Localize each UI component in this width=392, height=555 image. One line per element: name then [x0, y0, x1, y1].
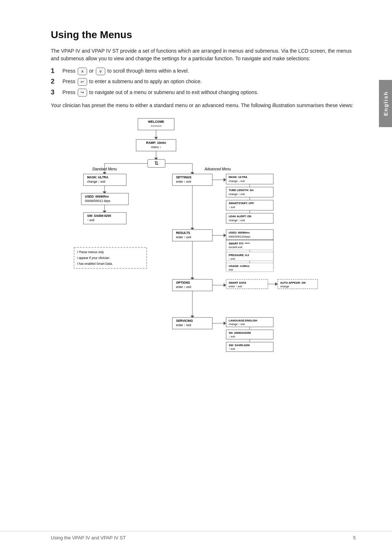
svg-text:USAGE:  4.00hrs: USAGE: 4.00hrs [229, 264, 250, 268]
step-num-3: 3 [51, 88, 59, 97]
svg-text:MASK:  ULTRA: MASK: ULTRA [87, 175, 108, 179]
svg-text:enter   ↑   exit: enter ↑ exit [176, 323, 191, 327]
svg-marker-103 [224, 321, 226, 325]
step-3-content: Press ↪ to navigate out of a menu or sub… [62, 88, 356, 97]
svg-text:change  ↓   exit: change ↓ exit [229, 179, 245, 183]
svg-text:RAMP:  10min: RAMP: 10min [146, 141, 166, 145]
svg-text:Advanced Menu: Advanced Menu [204, 167, 231, 171]
svg-text:I These menus only: I These menus only [77, 250, 104, 254]
menu-diagram: WELCOME >>>>>> RAMP: 10min menu ↕ ⇅ Stan… [51, 117, 319, 372]
svg-text:change  ↓   exit: change ↓ exit [87, 180, 106, 183]
svg-text:RESULTS: RESULTS [176, 231, 190, 235]
footer-text: Using the VPAP IV and VPAP IV ST [51, 535, 126, 540]
svg-text:excelnt      exit: excelnt exit [229, 246, 242, 249]
svg-text:change: change [280, 285, 289, 288]
svg-text:↕   exit: ↕ exit [229, 206, 235, 209]
svg-text:00006/00012 days: 00006/00012 days [85, 199, 110, 203]
svg-text:enter  ↑   exit: enter ↑ exit [229, 285, 242, 288]
svg-marker-93 [275, 282, 278, 286]
intro-para2: Your clinician has preset the menu to ei… [51, 102, 356, 109]
svg-text:MASK:  ULTRA: MASK: ULTRA [229, 175, 248, 179]
language-tab: English [379, 80, 392, 127]
svg-text:enter   ↕   exit: enter ↕ exit [176, 285, 191, 289]
page-footer: Using the VPAP IV and VPAP IV ST 5 [0, 531, 392, 540]
svg-text:I appear if your clinician: I appear if your clinician [77, 256, 110, 260]
svg-text:enter   ↕   exit: enter ↕ exit [176, 180, 191, 183]
svg-text:↓   exit: ↓ exit [229, 335, 235, 338]
svg-text:WELCOME: WELCOME [148, 120, 164, 123]
svg-text:change  ↑   exit: change ↑ exit [229, 323, 245, 326]
back-button: ↪ [78, 89, 87, 97]
svg-text:USED:    00090hrs: USED: 00090hrs [85, 195, 109, 198]
page-container: English Using the Menus The VPAP IV and … [0, 0, 392, 555]
svg-text:enter   ↕   exit: enter ↕ exit [176, 235, 191, 239]
svg-marker-63 [224, 234, 226, 237]
svg-text:I has enabled Smart Data.: I has enabled Smart Data. [77, 262, 113, 266]
svg-text:SN: 20080102356: SN: 20080102356 [229, 331, 251, 335]
svg-marker-88 [224, 283, 226, 287]
step-2-content: Press ↩ to enter a submenu and to apply … [62, 77, 356, 86]
svg-text:change  ↑   exit: change ↑ exit [229, 219, 245, 222]
svg-text:USED: 00090hrs: USED: 00090hrs [229, 231, 250, 234]
svg-text:LANGUAGE:ENGLISH: LANGUAGE:ENGLISH [229, 319, 257, 322]
svg-text:SMARTSTART: OFF: SMARTSTART: OFF [229, 202, 254, 205]
svg-text:TUBE LENGTH: 2m: TUBE LENGTH: 2m [229, 189, 254, 192]
svg-text:exit: exit [229, 268, 233, 271]
svg-text:change  ↕   exit: change ↕ exit [229, 193, 245, 196]
svg-text:↑      exit: ↑ exit [229, 347, 235, 351]
down-button: ∨ [96, 68, 105, 76]
svg-text:LEAK ALERT: ON: LEAK ALERT: ON [229, 215, 251, 218]
step-2: 2 Press ↩ to enter a submenu and to appl… [51, 77, 356, 86]
svg-text:SETTINGS: SETTINGS [176, 175, 192, 179]
page-title: Using the Menus [51, 29, 356, 41]
intro-para1: The VPAP IV and VPAP IV ST provide a set… [51, 47, 356, 62]
step-num-2: 2 [51, 77, 59, 86]
step-1: 1 Press ∧ or ∨ to scroll through items w… [51, 67, 356, 75]
step-3: 3 Press ↪ to navigate out of a menu or s… [51, 88, 356, 97]
svg-text:↓   exit: ↓ exit [229, 257, 235, 260]
svg-text:↑      exit: ↑ exit [87, 218, 94, 222]
up-button: ∧ [78, 68, 87, 76]
step-1-content: Press ∧ or ∨ to scroll through items wit… [62, 67, 356, 75]
svg-text:SW: SX459-0200: SW: SX459-0200 [87, 214, 111, 218]
svg-text:>>>>>>: >>>>>> [151, 124, 162, 128]
svg-text:SERVICING: SERVICING [176, 319, 193, 323]
svg-text:00003/00122days: 00003/00122days [229, 235, 250, 238]
svg-marker-4 [154, 137, 158, 139]
footer-page: 5 [353, 535, 356, 540]
svg-marker-41 [224, 178, 226, 182]
svg-text:PRESSURE: 8.0: PRESSURE: 8.0 [229, 254, 249, 257]
diagram-svg: WELCOME >>>>>> RAMP: 10min menu ↕ ⇅ Stan… [51, 117, 319, 371]
svg-text:OPTIONS: OPTIONS [176, 281, 190, 284]
svg-text:SMART DATA: SMART DATA [229, 281, 246, 284]
svg-text:SMART FIT: *****: SMART FIT: ***** [229, 242, 250, 245]
enter-button: ↩ [78, 78, 87, 86]
steps-list: 1 Press ∧ or ∨ to scroll through items w… [51, 67, 356, 97]
svg-text:menu    ↕: menu ↕ [151, 145, 161, 149]
svg-text:⇅: ⇅ [154, 160, 159, 166]
svg-text:SW: SX459-0200: SW: SX459-0200 [229, 344, 250, 347]
svg-text:AUTO APPEAR: ON: AUTO APPEAR: ON [280, 281, 306, 284]
step-num-1: 1 [51, 67, 59, 75]
